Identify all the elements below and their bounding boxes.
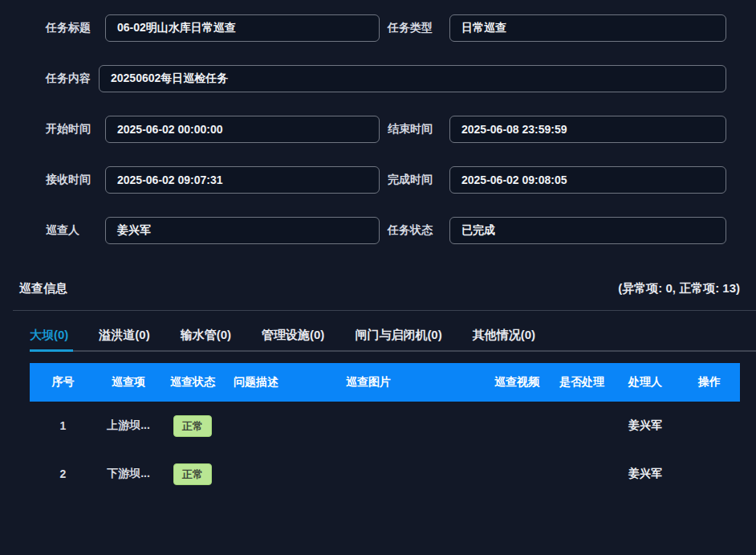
cell-handler: 姜兴军 [612, 467, 679, 481]
finish-time-input[interactable]: 2025-06-02 09:08:05 [449, 166, 726, 194]
start-time-label: 开始时间 [46, 122, 105, 137]
status-badge: 正常 [173, 415, 212, 437]
cell-no: 1 [30, 419, 96, 432]
receive-time-label: 接收时间 [46, 173, 105, 187]
tab-water-pipe[interactable]: 输水管(0) [181, 328, 231, 350]
header-image: 巡查图片 [337, 375, 482, 390]
form-row-4: 接收时间 2025-06-02 09:07:31 完成时间 2025-06-02… [0, 166, 756, 194]
task-content-input[interactable]: 20250602每日巡检任务 [99, 65, 726, 92]
table-header-row: 序号 巡查项 巡查状态 问题描述 巡查图片 巡查视频 是否处理 处理人 操作 [30, 363, 740, 402]
tab-management-facility[interactable]: 管理设施(0) [262, 328, 324, 350]
inspection-table: 序号 巡查项 巡查状态 问题描述 巡查图片 巡查视频 是否处理 处理人 操作 1… [30, 363, 740, 498]
status-badge: 正常 [173, 463, 212, 485]
inspection-info-header: 巡查信息 (异常项: 0, 正常项: 13) [0, 281, 756, 296]
inspector-label: 巡查人 [46, 223, 105, 238]
table-row: 2 下游坝... 正常 姜兴军 [30, 450, 740, 498]
header-video: 巡查视频 [482, 375, 552, 390]
task-detail-form: 任务标题 06-02明山水库日常巡查 任务类型 日常巡查 任务内容 202506… [0, 0, 756, 244]
header-handled: 是否处理 [552, 375, 612, 390]
task-type-input[interactable]: 日常巡查 [449, 14, 726, 42]
header-item: 巡查项 [96, 375, 161, 390]
tab-other[interactable]: 其他情况(0) [473, 328, 535, 350]
category-tabs: 大坝(0) 溢洪道(0) 输水管(0) 管理设施(0) 闸门与启闭机(0) 其他… [30, 311, 756, 352]
tab-spillway[interactable]: 溢洪道(0) [99, 328, 149, 350]
cell-status: 正常 [161, 463, 225, 485]
task-type-label: 任务类型 [388, 21, 449, 35]
cell-handler: 姜兴军 [612, 418, 679, 433]
task-status-input[interactable]: 已完成 [449, 217, 726, 244]
end-time-label: 结束时间 [388, 122, 449, 137]
cell-item: 上游坝... [96, 418, 161, 433]
header-action: 操作 [679, 375, 740, 390]
cell-no: 2 [30, 467, 96, 480]
tab-dam[interactable]: 大坝(0) [30, 328, 68, 350]
finish-time-label: 完成时间 [388, 173, 449, 187]
task-title-label: 任务标题 [46, 21, 105, 35]
form-row-3: 开始时间 2025-06-02 00:00:00 结束时间 2025-06-08… [0, 116, 756, 143]
header-handler: 处理人 [612, 375, 679, 390]
header-problem: 问题描述 [225, 375, 337, 390]
inspector-input[interactable]: 姜兴军 [105, 217, 380, 244]
task-content-label: 任务内容 [46, 71, 99, 86]
section-title: 巡查信息 [19, 281, 67, 296]
start-time-input[interactable]: 2025-06-02 00:00:00 [105, 116, 380, 143]
receive-time-input[interactable]: 2025-06-02 09:07:31 [105, 166, 380, 194]
item-count-summary: (异常项: 0, 正常项: 13) [618, 281, 740, 296]
end-time-input[interactable]: 2025-06-08 23:59:59 [449, 116, 726, 143]
task-status-label: 任务状态 [388, 223, 449, 238]
table-row: 1 上游坝... 正常 姜兴军 [30, 402, 740, 450]
form-row-5: 巡查人 姜兴军 任务状态 已完成 [0, 217, 756, 244]
form-row-1: 任务标题 06-02明山水库日常巡查 任务类型 日常巡查 [0, 14, 756, 42]
header-status: 巡查状态 [161, 375, 225, 390]
cell-item: 下游坝... [96, 467, 161, 481]
form-row-2: 任务内容 20250602每日巡检任务 [0, 65, 756, 92]
header-no: 序号 [30, 375, 96, 390]
task-title-input[interactable]: 06-02明山水库日常巡查 [105, 14, 380, 42]
cell-status: 正常 [161, 415, 225, 437]
tab-gate-hoist[interactable]: 闸门与启闭机(0) [355, 328, 441, 350]
